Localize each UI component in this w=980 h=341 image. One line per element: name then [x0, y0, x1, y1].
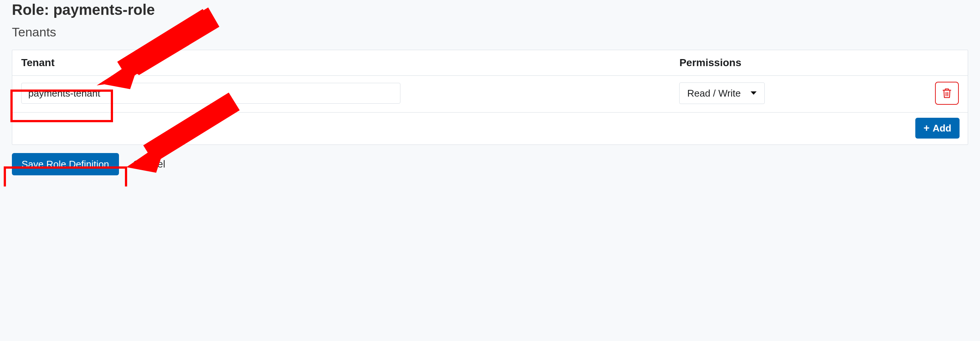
- section-title-tenants: Tenants: [12, 25, 968, 40]
- title-prefix: Role:: [12, 2, 53, 18]
- tenant-name-input[interactable]: [21, 83, 400, 104]
- tenants-table: Tenant Permissions Read / Write: [12, 50, 968, 145]
- permissions-dropdown[interactable]: Read / Write: [679, 82, 765, 104]
- page-title: Role: payments-role: [12, 0, 968, 18]
- column-header-tenant: Tenant: [21, 57, 679, 69]
- table-row: Read / Write: [12, 76, 968, 113]
- trash-icon: [942, 88, 952, 99]
- save-role-definition-button[interactable]: Save Role Definition: [12, 153, 119, 175]
- cancel-button[interactable]: Cancel: [128, 156, 171, 172]
- permissions-dropdown-value: Read / Write: [687, 88, 741, 99]
- caret-down-icon: [750, 91, 757, 95]
- role-name: payments-role: [53, 2, 155, 18]
- tenants-table-header: Tenant Permissions: [12, 50, 968, 76]
- delete-row-button[interactable]: [935, 82, 959, 105]
- add-tenant-button[interactable]: + Add: [915, 118, 959, 138]
- column-header-permissions: Permissions: [679, 57, 959, 69]
- plus-icon: +: [923, 123, 929, 133]
- add-tenant-label: Add: [932, 122, 951, 134]
- tenants-table-footer: + Add: [12, 113, 968, 144]
- form-actions: Save Role Definition Cancel: [12, 153, 968, 175]
